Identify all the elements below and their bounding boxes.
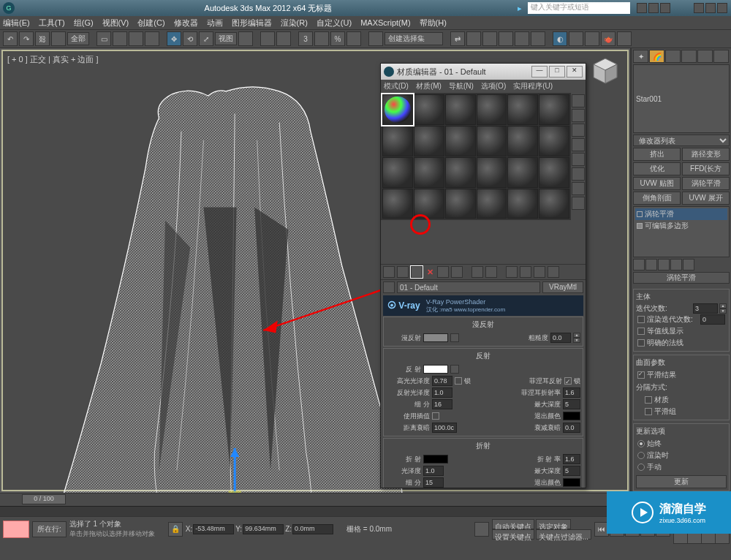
btn-pathdeform[interactable]: 路径变形 (682, 148, 730, 161)
rollout-turbosmooth-title[interactable]: 涡轮平滑 (633, 272, 730, 284)
material-slot[interactable] (414, 189, 444, 219)
stack-config-icon[interactable] (683, 259, 694, 270)
material-slot[interactable] (539, 94, 569, 125)
render-iters-check[interactable] (637, 316, 645, 323)
me-pick-icon[interactable] (383, 281, 395, 293)
material-slot[interactable] (477, 157, 507, 188)
keyfilter-button[interactable]: 关键点过滤器... (536, 529, 591, 540)
me-gofwd-icon[interactable] (548, 266, 559, 278)
material-slot[interactable] (414, 94, 444, 125)
move-icon[interactable]: ✥ (167, 31, 181, 46)
diffuse-swatch[interactable] (423, 333, 448, 342)
me-side-video-icon[interactable] (572, 153, 585, 166)
refr-exit-swatch[interactable] (563, 478, 580, 487)
reflect-swatch[interactable] (423, 365, 448, 374)
pivot-icon[interactable] (238, 31, 253, 46)
render-iters-spinner[interactable]: 0 (700, 314, 725, 325)
isoline-check[interactable] (637, 328, 645, 335)
object-name-input[interactable] (633, 64, 730, 133)
material-slot[interactable] (477, 189, 507, 219)
me-make-unique-icon[interactable] (451, 266, 463, 278)
graphite-icon[interactable] (499, 31, 513, 46)
curve-icon[interactable] (515, 31, 529, 46)
sep-smooth-check[interactable] (645, 408, 652, 415)
rotate-icon[interactable]: ⟲ (183, 31, 197, 46)
material-slot[interactable] (507, 94, 538, 125)
me-side-backlight-icon[interactable] (572, 109, 585, 122)
me-side-options-icon[interactable] (572, 167, 585, 181)
material-slot[interactable] (445, 126, 476, 156)
select-region-icon[interactable] (129, 31, 143, 46)
snap3d-icon[interactable]: 3 (298, 31, 313, 46)
me-put-scene-icon[interactable] (397, 266, 409, 278)
layer-icon[interactable] (482, 31, 497, 46)
stack-show-icon[interactable] (645, 259, 657, 270)
scale-icon[interactable]: ⤢ (199, 31, 213, 46)
material-editor-icon[interactable]: ◐ (553, 31, 567, 46)
me-gonav-icon[interactable] (534, 266, 545, 278)
menu-customize[interactable]: 自定义(U) (317, 18, 352, 29)
redo-icon[interactable]: ↷ (19, 31, 34, 46)
rollout-reflect-title[interactable]: 反射 (386, 351, 580, 361)
me-menu-mode[interactable]: 模式(D) (384, 81, 409, 91)
me-matid-icon[interactable] (485, 266, 497, 278)
update-button[interactable]: 更新 (636, 475, 727, 488)
material-slot[interactable] (539, 189, 569, 219)
y-input[interactable]: 99.634mm (243, 524, 284, 534)
material-slot[interactable] (507, 189, 538, 219)
me-titlebar[interactable]: 材质编辑器 - 01 - Default — □ ✕ (381, 64, 586, 80)
ior-spinner[interactable]: 1.6 (563, 454, 580, 464)
refl-gloss-spinner[interactable]: 1.0 (432, 387, 452, 398)
schematic-icon[interactable] (531, 31, 545, 46)
me-menu-options[interactable]: 选项(O) (481, 81, 506, 91)
me-showend-icon[interactable] (520, 266, 531, 278)
diffuse-map-button[interactable] (450, 333, 459, 342)
spinner-snap-icon[interactable] (346, 31, 361, 46)
me-make-copy-icon[interactable] (437, 266, 449, 278)
refcoord-dropdown[interactable]: 视图 (215, 32, 237, 45)
material-slot[interactable] (382, 157, 413, 188)
upd-manual-radio[interactable] (637, 463, 645, 471)
material-slot[interactable] (445, 157, 476, 188)
menu-tools[interactable]: 工具(T) (39, 18, 65, 29)
tab-motion-icon[interactable] (681, 50, 697, 63)
me-menu-material[interactable]: 材质(M) (416, 81, 442, 91)
btn-turbosmooth[interactable]: 涡轮平滑 (682, 177, 730, 190)
me-menu-nav[interactable]: 导航(N) (449, 81, 474, 91)
me-maximize-button[interactable]: □ (549, 66, 565, 77)
angle-snap-icon[interactable] (314, 31, 329, 46)
interp-check[interactable] (432, 412, 439, 420)
autokey-button[interactable]: 自动关键点 (492, 519, 534, 529)
upd-render-radio[interactable] (637, 452, 645, 459)
me-minimize-button[interactable]: — (531, 66, 548, 77)
setkey-button[interactable]: 设置关键点 (492, 529, 534, 540)
me-side-select-icon[interactable] (572, 182, 585, 195)
search-input[interactable]: 键入关键字或短语 (528, 2, 630, 14)
me-showmap-icon[interactable] (506, 266, 518, 278)
menu-create[interactable]: 创建(C) (137, 18, 164, 29)
help-icon[interactable] (637, 3, 647, 13)
me-side-matlibs-icon[interactable] (572, 197, 585, 210)
exit-color-swatch[interactable] (563, 412, 580, 420)
fresnel-check[interactable]: ✓ (564, 377, 572, 385)
refr-gloss-spinner[interactable]: 1.0 (423, 466, 444, 476)
undo-icon[interactable]: ↶ (3, 31, 18, 46)
btn-bevelprofile[interactable]: 倒角剖面 (633, 192, 681, 205)
menu-maxscript[interactable]: MAXScript(M) (360, 18, 410, 27)
btn-uvwunwrap[interactable]: UVW 展开 (682, 192, 730, 205)
material-name-input[interactable]: 01 - Default (397, 281, 540, 293)
me-close-button[interactable]: ✕ (567, 66, 583, 77)
title-arrow[interactable]: ▸ (518, 4, 522, 13)
btn-uvwmap[interactable]: UVW 贴图 (633, 177, 681, 190)
time-slider[interactable]: 0 / 100 (22, 494, 66, 504)
material-slot[interactable] (382, 126, 413, 156)
named-sel-edit-icon[interactable] (368, 31, 383, 46)
subdivs-spinner[interactable]: 16 (432, 399, 452, 409)
mirror-icon[interactable]: ⇄ (450, 31, 465, 46)
star-icon[interactable] (648, 3, 659, 13)
render-iter-icon[interactable] (617, 31, 632, 46)
x-input[interactable]: -53.48mm (193, 524, 234, 534)
material-slot-1[interactable] (382, 94, 413, 125)
isolate-icon[interactable] (474, 522, 489, 537)
modifier-list-dropdown[interactable]: 修改器列表 (633, 135, 730, 146)
